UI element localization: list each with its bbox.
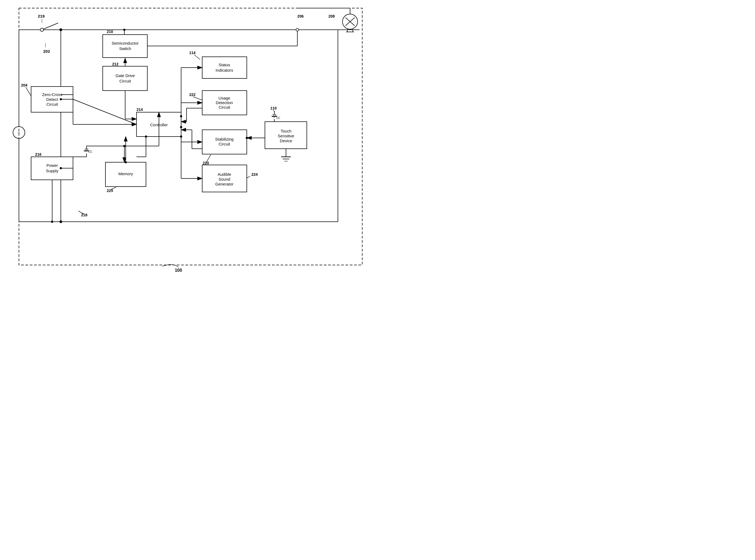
- label-216: 216: [35, 152, 42, 157]
- circuit-diagram-svg: 100 ~ 219 202: [0, 0, 378, 280]
- audible-text2: Sound: [219, 177, 230, 181]
- usage-detect-text1: Usage: [219, 96, 230, 100]
- label-212: 212: [112, 62, 119, 66]
- junction-225-622: [60, 167, 62, 169]
- junction-memory-top: [125, 161, 127, 163]
- diagram-container: 100 ~ 219 202: [0, 0, 378, 280]
- open-circle-202: [40, 28, 43, 32]
- label-208: 208: [328, 14, 335, 18]
- gate-drive-text1: Gate Drive: [116, 73, 135, 78]
- junction-540-505: [145, 136, 147, 138]
- label-110: 110: [270, 106, 277, 110]
- label-line-114: [194, 55, 200, 59]
- gate-drive-text2: Circuit: [120, 79, 131, 83]
- label-214: 214: [137, 107, 143, 112]
- power-supply-text2: Supply: [46, 168, 58, 173]
- label-220: 220: [203, 161, 209, 165]
- label-210: 210: [107, 29, 113, 34]
- junction-stab-right: [246, 137, 248, 139]
- audible-text3: Generator: [215, 182, 233, 186]
- label-202: 202: [43, 49, 50, 54]
- dummy3: [125, 112, 137, 119]
- semiconductor-switch-text1: Semiconductor: [111, 41, 139, 45]
- junction-670-505: [180, 136, 182, 138]
- junction-193-820: [51, 221, 53, 223]
- zerocross-to-ctrl: [73, 99, 137, 124]
- label-line-224: [247, 176, 250, 178]
- vcc-touch-sub: CC: [276, 117, 280, 120]
- status-indicators-text2: Indicators: [216, 68, 233, 73]
- status-indicators-text1: Status: [219, 62, 230, 67]
- switch-lever: [42, 23, 58, 30]
- label-204: 204: [21, 83, 27, 87]
- label-100: 100: [175, 268, 182, 273]
- label-219: 219: [38, 14, 45, 18]
- junction-225-367: [60, 98, 62, 100]
- usage-detect-text3: Circuit: [219, 105, 230, 109]
- touch-text1: Touch: [281, 129, 291, 133]
- memory-text: Memory: [118, 172, 133, 176]
- usage-detect-text2: Detection: [216, 100, 233, 105]
- label-line-225: [111, 187, 116, 189]
- label-206: 206: [297, 14, 304, 18]
- label-line-222: [193, 97, 202, 100]
- label-224: 224: [251, 172, 258, 177]
- touch-text3: Device: [280, 138, 292, 143]
- open-circle-206: [296, 28, 299, 31]
- power-supply-text1: Power: [46, 163, 58, 168]
- outer-boundary: [19, 8, 362, 265]
- label-222: 222: [189, 93, 196, 97]
- stabilizing-text2: Circuit: [219, 142, 230, 146]
- label-218: 218: [81, 213, 87, 217]
- label-114: 114: [189, 51, 196, 55]
- zerocross-text3: Circuit: [46, 102, 58, 106]
- status-indicators-box: [202, 57, 247, 78]
- audible-text1: Audible: [218, 172, 231, 177]
- semiconductor-switch-text2: Switch: [119, 46, 131, 51]
- zerocross-text1: Zero-Cross: [42, 92, 62, 97]
- zerocross-text2: Detect: [46, 97, 58, 102]
- ac-source-symbol: ~: [18, 130, 20, 135]
- touch-text2: Sensitive: [278, 134, 294, 138]
- label-line-204: [26, 87, 31, 96]
- stabilizing-text1: Stabilizing: [215, 137, 233, 141]
- gate-drive-box: [103, 66, 147, 91]
- junction-670-470: [180, 126, 182, 128]
- junction-460-540: [123, 145, 125, 147]
